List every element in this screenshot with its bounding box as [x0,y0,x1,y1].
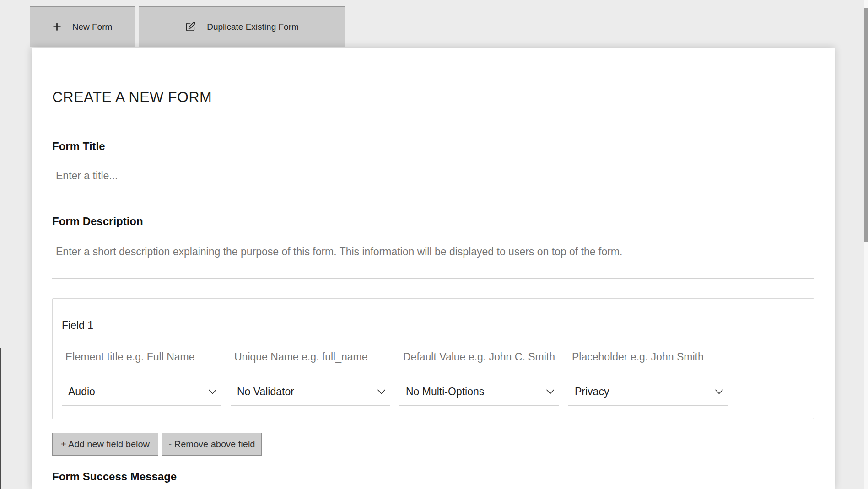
field-title: Field 1 [62,319,804,331]
add-field-button[interactable]: + Add new field below [52,433,158,456]
field-inputs-row [62,350,804,370]
field-type-select-value: Audio [68,386,95,398]
placeholder-input[interactable] [568,350,728,370]
unique-name-input[interactable] [231,350,390,370]
form-title-label: Form Title [52,140,814,153]
field-selects-row: Audio No Validator No Multi-Options Priv… [62,386,804,406]
privacy-select-value: Privacy [575,386,609,398]
validator-select[interactable]: No Validator [231,386,390,406]
element-title-input[interactable] [62,350,221,370]
chevron-down-icon [546,389,554,394]
form-description-label: Form Description [52,215,814,228]
field-type-select[interactable]: Audio [62,386,221,406]
form-title-input[interactable] [52,169,814,188]
multi-options-select-value: No Multi-Options [406,386,484,398]
tab-duplicate-existing-form[interactable]: Duplicate Existing Form [139,6,345,47]
tab-duplicate-label: Duplicate Existing Form [207,22,299,32]
field-box: Field 1 Audio No Validator No Multi-Opti… [52,298,814,419]
form-mode-tabs: New Form Duplicate Existing Form [30,6,345,47]
form-description-input[interactable] [52,244,814,279]
vertical-scrollbar-thumb[interactable] [864,8,868,242]
vertical-scrollbar-track[interactable] [864,0,868,489]
chevron-down-icon [209,389,216,394]
default-value-input[interactable] [399,350,559,370]
edit-icon [185,21,196,32]
form-success-message-label: Form Success Message [52,470,814,483]
page-title: CREATE A NEW FORM [52,88,814,106]
chevron-down-icon [715,389,723,394]
multi-options-select[interactable]: No Multi-Options [399,386,559,406]
validator-select-value: No Validator [237,386,294,398]
create-form-card: CREATE A NEW FORM Form Title Form Descri… [32,48,835,489]
window-left-edge [0,348,1,489]
tab-new-form-label: New Form [72,22,113,32]
field-actions: + Add new field below - Remove above fie… [52,433,814,456]
plus-icon [53,22,61,31]
remove-field-button[interactable]: - Remove above field [162,433,262,456]
privacy-select[interactable]: Privacy [568,386,728,406]
chevron-down-icon [377,389,385,394]
tab-new-form[interactable]: New Form [30,6,135,47]
